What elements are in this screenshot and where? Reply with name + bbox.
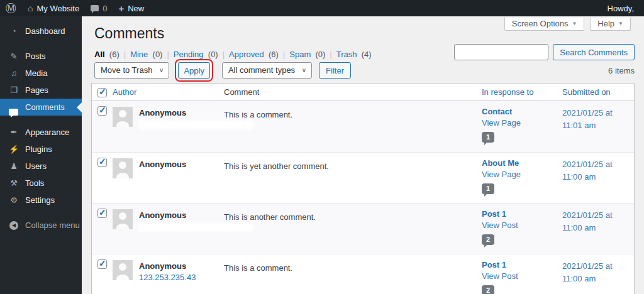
comment-bubble-icon <box>91 5 99 11</box>
site-name-label: My Website <box>36 4 79 13</box>
select-all-checkbox[interactable] <box>97 88 107 97</box>
view-page-link[interactable]: View Page <box>482 118 562 128</box>
plus-icon: + <box>118 4 124 13</box>
submitted-date: 2021/01/25 at 11:01 am <box>562 101 634 152</box>
header-submitted-on[interactable]: Submitted on <box>562 87 611 97</box>
posts-icon: ✎ <box>7 52 21 61</box>
appearance-icon: ✒ <box>7 128 21 137</box>
users-icon: ♟ <box>7 161 21 171</box>
help-button[interactable]: Help ▼ <box>590 18 631 31</box>
home-icon: ⌂ <box>28 4 33 13</box>
howdy-account-menu[interactable]: Howdy, <box>608 4 644 13</box>
filter-spam: Spam (0) <box>289 50 325 59</box>
filter-separator: | <box>283 50 285 59</box>
filter-separator: | <box>223 50 225 59</box>
chevron-down-icon: ▼ <box>618 21 623 26</box>
comment-text: This is a comment. <box>224 101 482 152</box>
apply-button[interactable]: Apply <box>178 62 210 79</box>
search-comments-button[interactable]: Search Comments <box>553 44 635 60</box>
new-content-menu[interactable]: + New <box>113 0 150 16</box>
sidebar-item-dashboard[interactable]: ◔ Dashboard <box>0 23 82 40</box>
admin-bar-comments[interactable]: 0 <box>85 0 113 16</box>
filter-approved: Approved (6) <box>229 50 279 59</box>
response-post-link[interactable]: About Me <box>482 158 562 168</box>
avatar <box>113 107 133 127</box>
response-post-link[interactable]: Contact <box>482 107 562 116</box>
site-name-menu[interactable]: ⌂ My Website <box>22 0 85 16</box>
admin-bar: Ⓜ ⌂ My Website 0 + New Howdy, <box>0 0 644 16</box>
chevron-down-icon: ▼ <box>572 21 577 26</box>
author-name: Anonymous <box>139 260 196 271</box>
comment-text: This is yet another comment. <box>224 153 482 203</box>
response-post-link[interactable]: Post 1 <box>482 209 562 219</box>
main-content: Comments Screen Options ▼ Help ▼ All (6)… <box>82 16 644 294</box>
screen-options-button[interactable]: Screen Options ▼ <box>504 18 585 31</box>
comment-count-badge[interactable]: 2 <box>482 285 494 294</box>
row-checkbox[interactable] <box>97 259 107 269</box>
new-label: New <box>128 4 144 13</box>
page-title: Comments <box>94 25 164 42</box>
comment-text: This is a comment. <box>224 254 482 294</box>
comments-table: Author Comment In response to Submitted … <box>91 83 635 294</box>
redacted-author-meta <box>139 120 253 129</box>
submitted-date: 2021/01/25 at 11:00 am <box>562 153 634 203</box>
comment-type-select[interactable]: All comment types <box>222 62 312 79</box>
row-checkbox[interactable] <box>97 209 107 218</box>
sidebar-item-tools[interactable]: ⚒ Tools <box>0 175 82 192</box>
comment-count-badge[interactable]: 1 <box>482 183 494 194</box>
header-author[interactable]: Author <box>113 87 136 97</box>
author-ip-link[interactable]: 123.253.235.43 <box>139 273 196 282</box>
sidebar-item-media[interactable]: ♫ Media <box>0 65 82 82</box>
wordpress-logo-menu[interactable]: Ⓜ <box>0 0 22 16</box>
comment-count-badge[interactable]: 1 <box>482 132 494 143</box>
media-icon: ♫ <box>7 68 21 78</box>
bulk-action-select[interactable]: Move to Trash <box>94 62 169 79</box>
items-count: 6 items <box>608 66 635 75</box>
header-comment: Comment <box>224 87 482 97</box>
filter-separator: | <box>167 50 169 59</box>
avatar <box>113 260 133 280</box>
row-checkbox[interactable] <box>97 106 107 116</box>
search-box: Search Comments <box>454 44 635 60</box>
header-in-response-to[interactable]: In response to <box>482 87 533 97</box>
view-page-link[interactable]: View Post <box>482 220 562 230</box>
bulk-actions-toolbar: Move to Trash Apply All comment types Fi… <box>94 62 351 79</box>
sidebar-item-settings[interactable]: ⚙ Settings <box>0 192 82 209</box>
dashboard-icon: ◔ <box>7 26 21 36</box>
filter-trash: Trash (4) <box>336 50 372 59</box>
submitted-date: 2021/01/25 at 11:00 am <box>562 204 634 254</box>
view-page-link[interactable]: View Page <box>482 170 562 179</box>
pages-icon: ❐ <box>7 85 21 95</box>
avatar <box>113 209 133 229</box>
avatar <box>113 158 133 178</box>
redacted-author-meta <box>139 172 253 181</box>
sidebar-item-appearance[interactable]: ✒ Appearance <box>0 124 82 141</box>
filter-separator: | <box>124 50 126 59</box>
sidebar-item-collapse[interactable]: ◀ Collapse menu <box>0 217 82 234</box>
admin-bar-comment-count: 0 <box>103 4 107 13</box>
comment-row: Anonymous This is a comment. Contact Vie… <box>92 101 634 152</box>
wordpress-admin-screen: Ⓜ ⌂ My Website 0 + New Howdy, ◔ Dashboar… <box>0 0 644 294</box>
view-page-link[interactable]: View Post <box>482 271 562 281</box>
response-post-link[interactable]: Post 1 <box>482 260 562 270</box>
comment-text: This is another comment. <box>224 204 482 254</box>
comment-row: Anonymous This is another comment. Post … <box>92 203 634 254</box>
sidebar-item-posts[interactable]: ✎ Posts <box>0 48 82 65</box>
sidebar-item-pages[interactable]: ❐ Pages <box>0 82 82 99</box>
sidebar-item-comments[interactable]: Comments <box>0 99 82 116</box>
wordpress-logo-icon: Ⓜ <box>6 3 16 14</box>
filter-button[interactable]: Filter <box>319 62 351 79</box>
filter-separator: | <box>330 50 331 59</box>
comment-count-badge[interactable]: 2 <box>482 234 494 245</box>
sidebar-item-users[interactable]: ♟ Users <box>0 158 82 175</box>
admin-sidebar: ◔ Dashboard ✎ Posts ♫ Media ❐ Pages Comm… <box>0 16 82 294</box>
plugins-icon: ⚡ <box>7 144 21 154</box>
comment-status-filters: All (6)|Mine (0)|Pending (0)|Approved (6… <box>94 50 372 59</box>
search-input[interactable] <box>454 44 548 60</box>
sidebar-item-plugins[interactable]: ⚡ Plugins <box>0 141 82 158</box>
filter-mine: Mine (0) <box>130 50 162 59</box>
table-header-row: Author Comment In response to Submitted … <box>92 84 634 101</box>
row-checkbox[interactable] <box>97 158 107 167</box>
tools-icon: ⚒ <box>7 178 21 188</box>
comment-row: Anonymous This is yet another comment. A… <box>92 152 634 203</box>
